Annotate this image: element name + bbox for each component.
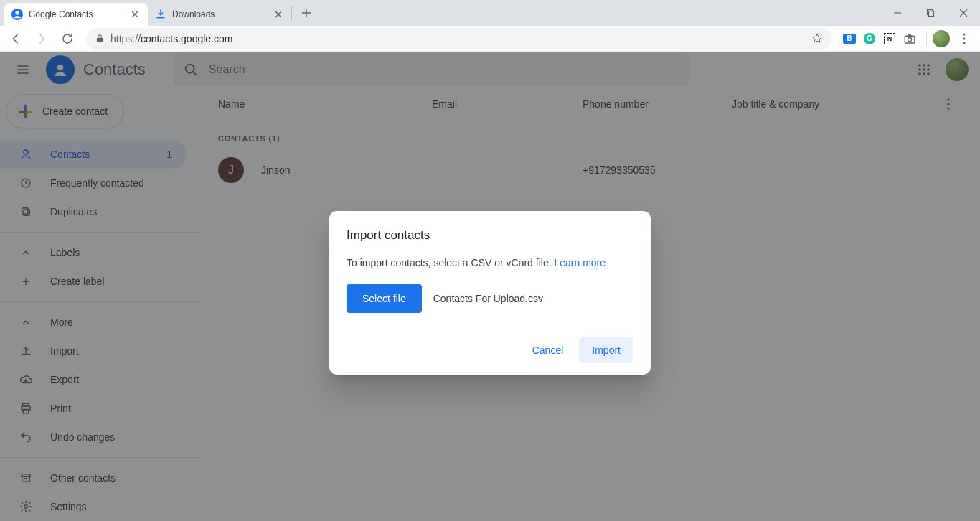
tab-close-icon[interactable] [273, 9, 284, 20]
import-contacts-dialog: Import contacts To import contacts, sele… [329, 211, 651, 375]
svg-point-7 [963, 33, 965, 35]
window-maximize-button[interactable] [914, 0, 947, 26]
cancel-button[interactable]: Cancel [519, 337, 577, 363]
address-bar[interactable]: https://contacts.google.com [86, 28, 831, 50]
extension-icon-b[interactable]: B [843, 32, 856, 45]
nav-reload-button[interactable] [56, 27, 79, 50]
select-file-button[interactable]: Select file [347, 284, 422, 313]
svg-rect-3 [929, 11, 934, 17]
extension-icon-n[interactable]: N [883, 32, 896, 45]
import-button[interactable]: Import [579, 337, 633, 363]
window-close-button[interactable] [947, 0, 980, 26]
browser-profile-avatar[interactable] [933, 30, 950, 47]
extension-icons: B G N [839, 32, 920, 45]
address-url: https://contacts.google.com [110, 33, 806, 44]
nav-back-button[interactable] [4, 27, 27, 50]
browser-menu-button[interactable] [953, 27, 976, 50]
svg-rect-4 [97, 37, 103, 42]
browser-tab-contacts[interactable]: Google Contacts [4, 3, 148, 26]
learn-more-link[interactable]: Learn more [554, 257, 606, 268]
browser-tab-downloads[interactable]: Downloads [148, 3, 291, 26]
dialog-title: Import contacts [347, 228, 633, 243]
bookmark-star-icon[interactable] [811, 33, 823, 44]
tab-favicon-downloads [155, 9, 166, 20]
svg-point-9 [963, 42, 965, 44]
new-tab-button[interactable] [296, 3, 316, 23]
extension-icon-camera[interactable] [903, 32, 916, 45]
tab-favicon-contacts [11, 9, 23, 20]
svg-rect-5 [905, 36, 915, 43]
svg-point-1 [15, 11, 19, 14]
svg-point-6 [908, 37, 911, 41]
nav-forward-button[interactable] [30, 27, 53, 50]
extension-icon-grammarly[interactable]: G [863, 32, 876, 45]
selected-file-name: Contacts For Upload.csv [433, 293, 543, 304]
dialog-body-text: To import contacts, select a CSV or vCar… [347, 257, 554, 268]
dialog-scrim[interactable]: Import contacts To import contacts, sele… [0, 52, 980, 521]
browser-toolbar: https://contacts.google.com B G N [0, 26, 980, 52]
tab-close-icon[interactable] [129, 9, 141, 20]
tab-divider [291, 6, 292, 20]
lock-icon [95, 34, 105, 44]
browser-titlebar: Google Contacts Downloads [0, 0, 980, 26]
svg-point-8 [963, 37, 965, 39]
dialog-body: To import contacts, select a CSV or vCar… [347, 257, 633, 268]
toolbar-separator [926, 32, 927, 46]
tab-title: Google Contacts [29, 9, 123, 19]
tab-title: Downloads [172, 9, 267, 19]
window-minimize-button[interactable] [881, 0, 914, 26]
